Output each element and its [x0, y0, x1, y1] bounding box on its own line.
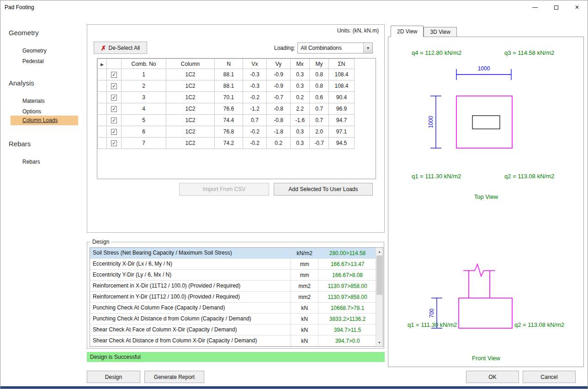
- current-row-indicator: ▶: [98, 59, 107, 69]
- design-scrollbar[interactable]: ▲ ▼: [376, 248, 383, 346]
- col-header-my[interactable]: My: [310, 59, 329, 69]
- scroll-down-glyph: ▼: [378, 341, 381, 344]
- generate-report-button[interactable]: Generate Report: [144, 371, 204, 383]
- row-checkbox-cell[interactable]: ✓: [107, 92, 122, 103]
- close-button[interactable]: ✕: [567, 0, 588, 14]
- design-check-unit: kN: [291, 303, 318, 313]
- design-check-unit: mm2: [291, 292, 318, 302]
- design-check-row[interactable]: Eccentricity X-Dir (Lx / 6, My / N) mm 1…: [90, 259, 383, 270]
- row-header-cell: [98, 115, 107, 126]
- scroll-up-glyph: ▲: [378, 250, 381, 253]
- col-header-vx[interactable]: Vx: [243, 59, 267, 69]
- design-check-unit: kN: [291, 325, 318, 335]
- table-row: ✓ 6 1C2 76.8 -0.2 -1.8 0.3 2.0 97.1: [98, 126, 355, 138]
- minimize-button[interactable]: —: [524, 0, 546, 14]
- tab-2d-view[interactable]: 2D View: [391, 26, 424, 37]
- front-q1-label: q1 = 111.30 kN/m2: [408, 321, 457, 328]
- sidebar-item-options[interactable]: Options: [22, 108, 41, 115]
- col-header-vy[interactable]: Vy: [267, 59, 291, 69]
- row-header-cell: [98, 138, 107, 149]
- cell-n: 88.1: [215, 69, 243, 80]
- check-glyph: ✓: [112, 118, 116, 123]
- col-header-sum-n[interactable]: ΣN: [329, 59, 355, 69]
- design-check-label: Soil Stress (Net Bearing Capacity / Maxi…: [90, 248, 291, 258]
- cell-sum-n: 94.7: [329, 115, 355, 126]
- ok-button[interactable]: OK: [466, 371, 519, 383]
- cell-mx: 0.3: [291, 138, 310, 149]
- row-checkbox-cell[interactable]: ✓: [107, 80, 122, 92]
- design-check-row[interactable]: Punching Check At Distance d from Column…: [90, 314, 383, 325]
- cell-mx: 0.3: [291, 69, 310, 80]
- design-check-row[interactable]: Shear Check At Face of Column X-Dir (Cap…: [90, 325, 383, 336]
- design-button[interactable]: Design: [87, 371, 140, 383]
- cell-mx: 0.2: [291, 92, 310, 103]
- design-check-row[interactable]: Eccentricity Y-Dir (Ly / 6, Mx / N) mm 1…: [90, 270, 383, 281]
- sidebar-item-geometry[interactable]: Geometry: [22, 48, 47, 54]
- design-check-unit: mm2: [291, 281, 318, 291]
- col-header-comb-no[interactable]: Comb. No: [122, 59, 166, 69]
- design-check-value: 1130.97>858.00: [318, 292, 376, 302]
- cancel-button[interactable]: Cancel: [523, 371, 576, 383]
- design-check-row[interactable]: Soil Stress (Net Bearing Capacity / Maxi…: [90, 248, 383, 259]
- design-check-row[interactable]: Reinforcement in X-Dir (11T12 / 100.0) (…: [90, 281, 383, 292]
- cell-column: 1C2: [166, 138, 215, 149]
- top-view-caption: Top View: [474, 193, 498, 200]
- col-header-column[interactable]: Column: [166, 59, 215, 69]
- design-check-value: 3833.2>1136.2: [318, 314, 376, 324]
- sidebar-item-column-loads[interactable]: Column Loads: [11, 116, 78, 125]
- sidebar-item-rebars[interactable]: Rebars: [22, 159, 40, 165]
- design-check-value: 1130.97>858.00: [318, 281, 376, 291]
- cell-my: 0.7: [310, 115, 329, 126]
- cell-mx: 2.2: [291, 103, 310, 115]
- cell-vy: -0.8: [267, 103, 291, 115]
- q1-label: q1 = 111.30 kN/m2: [412, 173, 461, 180]
- cell-sum-n: 90.4: [329, 92, 355, 103]
- q2-label: q2 = 113.08 kN/m2: [504, 173, 554, 180]
- table-row: ✓ 7 1C2 74.2 -0.2 0.2 0.3 -0.7 94.5: [98, 138, 355, 149]
- row-checkbox-cell[interactable]: ✓: [107, 103, 122, 115]
- row-checkbox-cell[interactable]: ✓: [107, 126, 122, 138]
- cell-comb-no: 6: [122, 126, 166, 138]
- deselect-all-button[interactable]: ✗ De-Select All: [94, 42, 147, 54]
- design-check-label: Eccentricity X-Dir (Lx / 6, My / N): [90, 259, 291, 269]
- sidebar-item-materials[interactable]: Materials: [22, 98, 45, 104]
- tab-3d-view[interactable]: 3D View: [424, 27, 456, 37]
- scroll-up-icon[interactable]: ▲: [376, 248, 383, 256]
- check-glyph: ✓: [112, 141, 116, 146]
- cell-column: 1C2: [166, 92, 215, 103]
- cell-vy: -0.9: [267, 80, 291, 92]
- import-from-csv-button[interactable]: Import From CSV: [179, 183, 269, 196]
- maximize-button[interactable]: [546, 0, 567, 14]
- row-checkbox-cell[interactable]: ✓: [107, 115, 122, 126]
- add-selected-to-user-loads-button[interactable]: Add Selected To User Loads: [274, 183, 373, 196]
- design-check-row[interactable]: Punching Check At Column Face (Capacity …: [90, 303, 383, 314]
- cell-vy: -0.7: [267, 92, 291, 103]
- scrollbar-thumb[interactable]: [376, 256, 382, 295]
- col-header-n[interactable]: N: [215, 59, 243, 69]
- sidebar-item-pedestal[interactable]: Pedestal: [22, 58, 44, 64]
- cell-sum-n: 108.4: [329, 80, 355, 92]
- design-check-value: 10668.7>78.1: [318, 303, 376, 313]
- cell-comb-no: 7: [122, 138, 166, 149]
- cell-vx: -0.2: [243, 92, 267, 103]
- current-row-arrow-icon: ▶: [101, 62, 104, 67]
- row-checkbox-cell[interactable]: ✓: [107, 138, 122, 149]
- cell-n: 76.6: [215, 103, 243, 115]
- column-outline: [472, 116, 500, 129]
- cell-my: 2.0: [310, 126, 329, 138]
- design-results-table: Soil Stress (Net Bearing Capacity / Maxi…: [90, 247, 383, 347]
- design-check-unit: mm: [291, 270, 318, 280]
- sidebar-heading-analysis: Analysis: [9, 79, 34, 87]
- view-2d-content: q4 = 112.80 kN/m2 q3 = 114.58 kN/m2 1000…: [388, 37, 584, 367]
- design-panel: Design Soil Stress (Net Bearing Capacity…: [87, 242, 384, 349]
- design-check-row[interactable]: Reinforcement in Y-Dir (11T12 / 100.0) (…: [90, 292, 383, 303]
- scroll-down-icon[interactable]: ▼: [376, 339, 383, 346]
- loading-combobox[interactable]: All Combinations ▼: [297, 43, 373, 53]
- chevron-down-icon[interactable]: ▼: [363, 43, 372, 53]
- row-checkbox-cell[interactable]: ✓: [107, 69, 122, 80]
- col-header-mx[interactable]: Mx: [291, 59, 310, 69]
- design-check-row[interactable]: Shear Check At Distance d from Column X-…: [90, 336, 383, 346]
- cell-comb-no: 3: [122, 92, 166, 103]
- cell-vx: -0.2: [243, 126, 267, 138]
- checkbox-checked-icon: ✓: [111, 129, 117, 135]
